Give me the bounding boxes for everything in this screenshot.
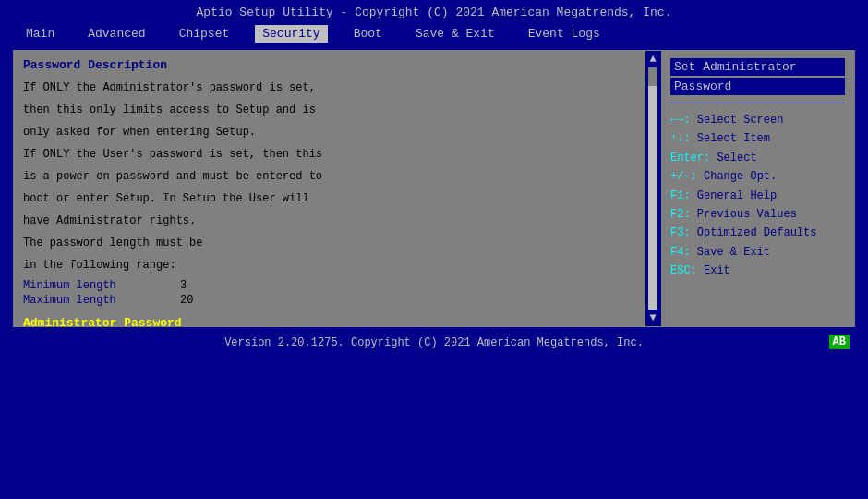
key-desc: Optimized Defaults <box>697 226 817 239</box>
key-label: ↑↓: <box>670 132 691 145</box>
description-line: If ONLY the Administrator's password is … <box>23 79 636 96</box>
menu-item-chipset[interactable]: Chipset <box>172 25 237 43</box>
menu-item-security[interactable]: Security <box>255 25 327 43</box>
key-label: F1: <box>670 189 691 202</box>
description-line: is a power on password and must be enter… <box>23 168 636 185</box>
key-help-list: ←→: Select Screen↑↓: Select ItemEnter: S… <box>670 111 845 281</box>
key-help-item: F4: Save & Exit <box>670 243 845 262</box>
title-bar: Aptio Setup Utility - Copyright (C) 2021… <box>0 0 868 23</box>
key-label: Enter: <box>670 152 710 164</box>
left-panel: Password Description If ONLY the Adminis… <box>14 51 645 326</box>
menu-item-save-and-exit[interactable]: Save & Exit <box>408 25 502 43</box>
key-help-item: Enter: Select <box>670 149 845 167</box>
highlight-line2: Password <box>670 78 845 95</box>
key-desc: Exit <box>704 264 730 277</box>
min-length-row: Minimum length 3 <box>23 279 636 292</box>
right-panel-divider <box>670 103 845 103</box>
description-line: in the following range: <box>23 257 636 274</box>
description-line: only asked for when entering Setup. <box>23 124 636 140</box>
menu-item-advanced[interactable]: Advanced <box>80 25 152 43</box>
key-desc: Select <box>717 152 756 164</box>
key-help-item: ESC: Exit <box>670 262 845 280</box>
description-line: If ONLY the User's password is set, then… <box>23 146 636 163</box>
min-length-label: Minimum length <box>23 279 180 292</box>
description-line: The password length must be <box>23 235 636 251</box>
menu-item-event-logs[interactable]: Event Logs <box>521 25 608 43</box>
key-label: F4: <box>670 246 691 259</box>
main-content: Password Description If ONLY the Adminis… <box>13 50 855 327</box>
title-text: Aptio Setup Utility - Copyright (C) 2021… <box>197 6 672 19</box>
right-panel: Set Administrator Password ←→: Select Sc… <box>660 51 854 326</box>
description-line: boot or enter Setup. In Setup the User w… <box>23 190 636 207</box>
key-help-item: ↑↓: Select Item <box>670 129 845 148</box>
max-length-value: 20 <box>180 294 193 307</box>
key-label: F2: <box>670 208 691 221</box>
key-help-item: F3: Optimized Defaults <box>670 224 845 242</box>
key-desc: Previous Values <box>697 208 797 221</box>
ab-badge: AB <box>829 335 850 349</box>
description-lines: If ONLY the Administrator's password is … <box>23 79 636 274</box>
highlight-line1: Set Administrator <box>670 58 845 76</box>
key-label: +/-: <box>670 170 697 183</box>
scroll-down-arrow[interactable]: ▼ <box>649 311 656 324</box>
min-length-value: 3 <box>180 279 187 292</box>
key-help-item: F1: General Help <box>670 187 845 205</box>
max-length-label: Maximum length <box>23 294 180 307</box>
max-length-row: Maximum length 20 <box>23 294 636 307</box>
admin-password-header: Administrator Password <box>23 316 636 326</box>
description-line: have Administrator rights. <box>23 213 636 229</box>
key-help-item: F2: Previous Values <box>670 205 845 224</box>
menu-bar: MainAdvancedChipsetSecurityBootSave & Ex… <box>0 23 868 46</box>
key-label: ←→: <box>670 114 691 127</box>
scroll-up-arrow[interactable]: ▲ <box>649 53 656 66</box>
menu-item-boot[interactable]: Boot <box>346 25 390 43</box>
key-desc: Select Item <box>697 132 770 145</box>
menu-item-main[interactable]: Main <box>18 25 62 43</box>
description-line: then this only limits access to Setup an… <box>23 102 636 118</box>
password-description-title: Password Description <box>23 58 636 72</box>
key-label: ESC: <box>670 264 697 277</box>
version-text: Version 2.20.1275. Copyright (C) 2021 Am… <box>224 336 644 349</box>
scroll-track[interactable] <box>648 67 657 310</box>
status-bar: Version 2.20.1275. Copyright (C) 2021 Am… <box>0 331 868 351</box>
key-desc: Change Opt. <box>704 170 777 183</box>
key-help-item: ←→: Select Screen <box>670 111 845 129</box>
key-desc: Select Screen <box>697 114 784 127</box>
key-desc: Save & Exit <box>697 246 770 259</box>
key-desc: General Help <box>697 189 777 202</box>
scrollbar[interactable]: ▲ ▼ <box>645 51 660 326</box>
key-help-item: +/-: Change Opt. <box>670 167 845 186</box>
key-label: F3: <box>670 226 691 239</box>
scroll-thumb[interactable] <box>648 67 657 86</box>
